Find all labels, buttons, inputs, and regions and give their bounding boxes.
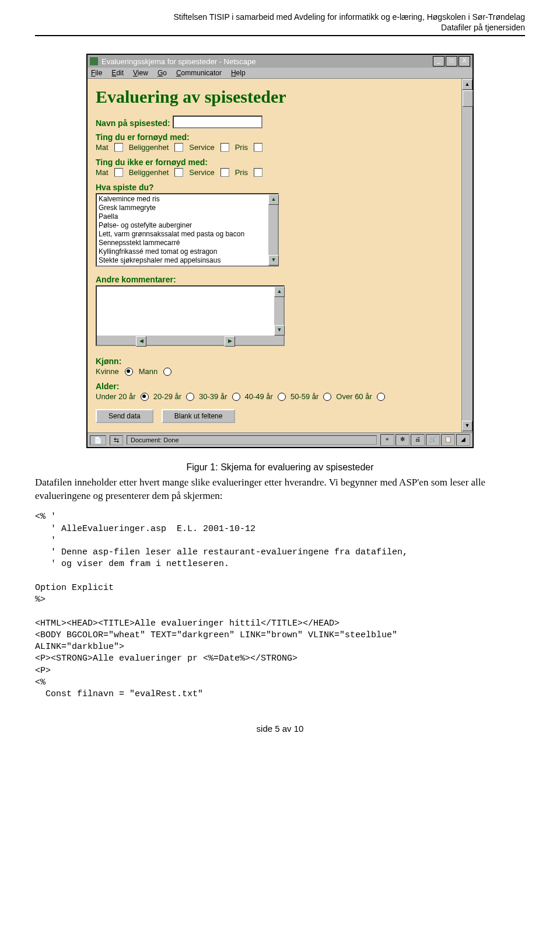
checkbox-pris-pos[interactable] [254,143,262,152]
statusbar: 📄 ⇆ Document: Done ⌖ ✻ 🖨 🛒 📋 ◢ [88,432,473,447]
cb-label: Beliggenhet [129,168,169,177]
name-input[interactable] [173,116,262,128]
page-content: Evaluering av spisesteder Navn på spises… [88,79,461,432]
netscape-icon [90,57,98,65]
checkbox-service-neg[interactable] [220,168,229,177]
list-item[interactable]: Kalvemince med ris [99,195,276,204]
status-icon: 📄 [90,435,106,445]
radio-age-5[interactable] [377,393,385,401]
gender-label: Kjønn: [96,357,453,366]
positive-label: Ting du er fornøyd med: [96,132,453,142]
scroll-down-icon[interactable]: ▼ [268,255,279,266]
radio-label: 30-39 år [199,392,227,401]
list-item[interactable]: Sennepsstekt lammecarré [99,239,276,247]
gender-row: Kvinne Mann [96,367,453,376]
scroll-left-icon[interactable]: ◀ [136,336,146,347]
negative-label: Ting du ikke er fornøyd med: [96,158,453,167]
cb-label: Pris [235,143,248,152]
header-org: Stiftelsen TISIP i samarbeid med Avdelin… [35,12,525,22]
checkbox-beliggenhet-neg[interactable] [174,168,183,177]
resize-grip-icon[interactable]: ◢ [456,434,470,446]
viewport-scrollbar[interactable]: ▲ ▼ [461,79,473,432]
checkbox-mat-neg[interactable] [114,168,123,177]
negative-row: Mat Beliggenhet Service Pris [96,168,453,177]
menu-communicator[interactable]: Communicator [176,69,222,77]
list-item[interactable]: Gresk lammegryte [99,204,276,212]
dish-listbox[interactable]: Kalvemince med ris Gresk lammegryte Pael… [96,193,279,267]
eat-label: Hva spiste du? [96,183,453,192]
status-tool-icon[interactable]: 🖨 [411,434,425,446]
cb-label: Beliggenhet [129,143,169,152]
textarea-vscroll[interactable]: ▲ ▼ [274,287,284,345]
checkbox-service-pos[interactable] [220,143,229,152]
comments-textarea[interactable]: ▲ ▼ ◀ ▶ [96,285,285,346]
scroll-up-icon[interactable]: ▲ [268,194,279,205]
menu-go[interactable]: Go [158,69,167,77]
maximize-button[interactable]: □ [446,56,457,67]
radio-kvinne[interactable] [125,368,133,376]
cb-label: Pris [235,168,248,177]
status-text: Document: Done [127,435,377,445]
radio-age-0[interactable] [141,393,149,401]
list-item[interactable]: Lett, varm grønnsakssalat med pasta og b… [99,230,276,239]
radio-age-4[interactable] [323,393,331,401]
cb-label: Mat [96,143,108,152]
radio-label: Kvinne [96,367,119,376]
scroll-up-icon[interactable]: ▲ [462,79,473,90]
radio-age-1[interactable] [186,393,194,401]
age-label: Alder: [96,382,453,391]
radio-age-2[interactable] [232,393,240,401]
page-footer: side 5 av 10 [35,724,525,734]
scroll-down-icon[interactable]: ▼ [462,421,473,431]
radio-label: Over 60 år [336,392,372,401]
menu-file[interactable]: File [91,69,102,77]
status-nav-icon: ⇆ [110,435,123,445]
checkbox-pris-neg[interactable] [254,168,262,177]
positive-row: Mat Beliggenhet Service Pris [96,143,453,152]
age-row: Under 20 år 20-29 år 30-39 år 40-49 år 5… [96,392,453,401]
menu-edit[interactable]: Edit [111,69,124,77]
code-block: <% ' ' AlleEvalueringer.asp E.L. 2001-10… [35,511,525,700]
menu-view[interactable]: View [133,69,148,77]
status-tool-icon[interactable]: 📋 [441,434,455,446]
comments-label: Andre kommentarer: [96,275,453,284]
submit-button[interactable]: Send data [96,409,153,423]
status-tool-icon[interactable]: ✻ [396,434,410,446]
scroll-thumb[interactable] [463,90,473,107]
reset-button[interactable]: Blank ut feltene [162,409,236,423]
scroll-up-icon[interactable]: ▲ [274,287,285,297]
status-tool-icon[interactable]: ⌖ [380,434,394,446]
body-paragraph: Datafilen inneholder etter hvert mange s… [35,476,525,503]
window-title: Evalueringsskjema for spisesteder - Nets… [102,57,256,66]
minimize-button[interactable]: _ [433,56,444,67]
list-item[interactable]: Kyllingfrikassé med tomat og estragon [99,247,276,256]
list-item[interactable]: Stekte sjøkrepshaler med appelsinsaus [99,256,276,265]
cb-label: Mat [96,168,108,177]
radio-age-3[interactable] [278,393,286,401]
page-title: Evaluering av spisesteder [96,87,453,107]
checkbox-beliggenhet-pos[interactable] [174,143,183,152]
cb-label: Service [189,143,214,152]
list-item[interactable]: Pølse- og ostefylte auberginer [99,221,276,230]
scroll-down-icon[interactable]: ▼ [274,325,285,336]
listbox-scrollbar[interactable]: ▲ ▼ [268,194,278,266]
browser-window: Evalueringsskjema for spisesteder - Nets… [86,54,474,448]
radio-mann[interactable] [163,368,172,376]
menubar: File Edit View Go Communicator Help [88,68,473,79]
radio-label: 50-59 år [290,392,318,401]
header-doc: Datafiler på tjenersiden [35,22,525,33]
divider [35,35,525,36]
radio-label: 40-49 år [245,392,273,401]
radio-label: Mann [139,367,158,376]
checkbox-mat-pos[interactable] [114,143,123,152]
status-tool-icon[interactable]: 🛒 [426,434,440,446]
radio-label: Under 20 år [96,392,136,401]
radio-label: 20-29 år [153,392,181,401]
name-label: Navn på spisested: [96,118,170,128]
list-item[interactable]: Paella [99,212,276,221]
textarea-hscroll[interactable]: ◀ ▶ [97,336,274,345]
close-button[interactable]: X [459,56,470,67]
cb-label: Service [189,168,214,177]
scroll-right-icon[interactable]: ▶ [225,336,235,347]
menu-help[interactable]: Help [231,69,246,77]
